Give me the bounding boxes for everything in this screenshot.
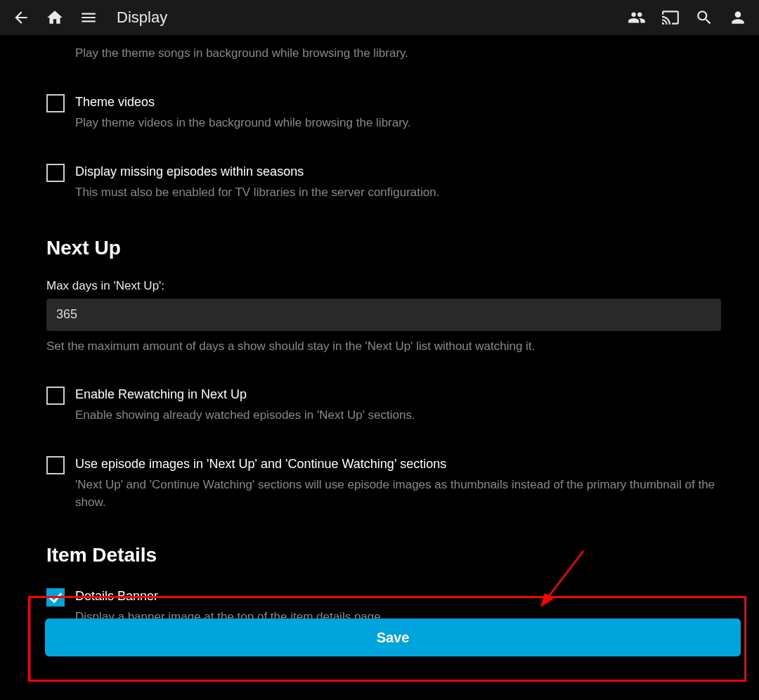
item-details-heading: Item Details xyxy=(46,544,739,566)
person-icon xyxy=(729,8,747,27)
max-days-input[interactable] xyxy=(46,299,721,331)
sync-play-button[interactable] xyxy=(621,2,652,33)
home-icon xyxy=(46,8,64,27)
settings-content: Play the theme songs in background while… xyxy=(0,35,759,626)
missing-episodes-checkbox[interactable] xyxy=(46,164,65,182)
cast-icon xyxy=(661,8,680,27)
episode-images-row: Use episode images in 'Next Up' and 'Con… xyxy=(46,455,739,512)
menu-button[interactable] xyxy=(73,2,104,33)
app-header: Display xyxy=(0,0,759,35)
missing-episodes-row: Display missing episodes within seasons … xyxy=(46,163,739,202)
search-icon xyxy=(695,8,713,27)
max-days-label: Max days in 'Next Up': xyxy=(46,279,739,293)
episode-images-checkbox[interactable] xyxy=(46,456,65,474)
theme-videos-label: Theme videos xyxy=(75,93,411,110)
rewatching-label: Enable Rewatching in Next Up xyxy=(75,386,415,403)
episode-images-label: Use episode images in 'Next Up' and 'Con… xyxy=(75,455,722,472)
theme-videos-checkbox[interactable] xyxy=(46,94,65,112)
save-button[interactable]: Save xyxy=(45,618,741,656)
arrow-left-icon xyxy=(12,8,30,27)
details-banner-checkbox[interactable] xyxy=(46,588,65,607)
header-right xyxy=(621,2,753,33)
max-days-desc: Set the maximum amount of days a show sh… xyxy=(46,338,739,356)
user-button[interactable] xyxy=(722,2,753,33)
back-button[interactable] xyxy=(6,2,37,33)
home-button[interactable] xyxy=(39,2,70,33)
cast-button[interactable] xyxy=(655,2,686,33)
header-left: Display xyxy=(6,2,167,33)
theme-videos-row: Theme videos Play theme videos in the ba… xyxy=(46,93,739,132)
search-button[interactable] xyxy=(689,2,720,33)
theme-songs-desc: Play the theme songs in background while… xyxy=(75,45,739,63)
episode-images-desc: 'Next Up' and 'Continue Watching' sectio… xyxy=(75,477,722,511)
hamburger-icon xyxy=(79,8,98,27)
people-icon xyxy=(628,8,646,27)
rewatching-desc: Enable showing already watched episodes … xyxy=(75,407,415,424)
rewatching-row: Enable Rewatching in Next Up Enable show… xyxy=(46,386,739,424)
rewatching-checkbox[interactable] xyxy=(46,387,65,405)
theme-videos-desc: Play theme videos in the background whil… xyxy=(75,115,411,132)
page-title: Display xyxy=(117,8,167,27)
details-banner-label: Details Banner xyxy=(75,588,384,604)
next-up-heading: Next Up xyxy=(46,237,739,259)
missing-episodes-label: Display missing episodes within seasons xyxy=(75,163,439,180)
missing-episodes-desc: This must also be enabled for TV librari… xyxy=(75,184,439,202)
